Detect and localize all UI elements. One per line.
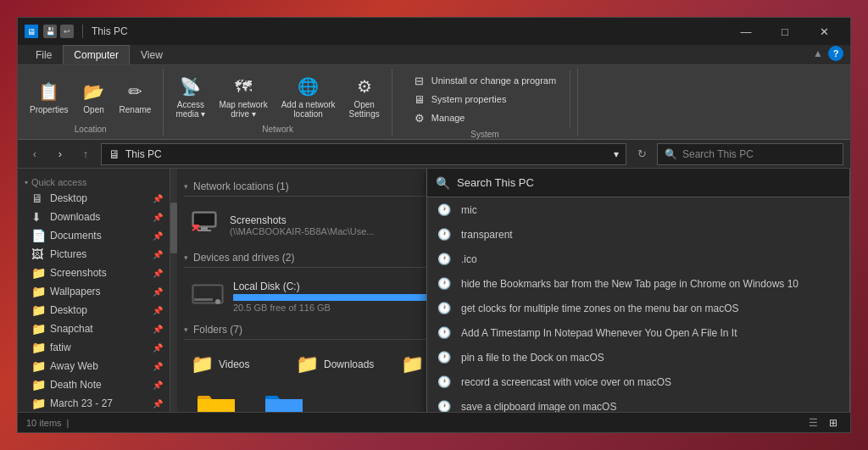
sidebar-deathnote-label: Death Note <box>50 379 102 391</box>
search-result-timestamp[interactable]: 🕐 Add A Timestamp In Notepad Whenever Yo… <box>427 320 849 345</box>
search-dropdown-input[interactable]: 🔍 Search This PC <box>427 169 849 197</box>
system-properties-button[interactable]: 🖥 System properties <box>409 91 559 108</box>
quick-undo-icon[interactable]: ↩ <box>60 25 74 38</box>
tab-file[interactable]: File <box>25 45 63 64</box>
sidebar-item-deathnote[interactable]: 📁 Death Note 📌 <box>18 375 170 394</box>
search-result-transparent[interactable]: 🕐 transparent <box>427 222 849 247</box>
pin-icon-awayweb: 📌 <box>153 362 163 371</box>
back-button[interactable]: ‹ <box>25 144 45 164</box>
system-items: ⊟ Uninstall or change a program 🖥 System… <box>399 70 570 128</box>
history-icon-4: 🕐 <box>437 277 451 290</box>
sidebar-item-screenshots[interactable]: 📁 Screenshots 📌 <box>18 264 170 282</box>
svg-rect-2 <box>201 227 208 230</box>
address-dropdown-arrow[interactable]: ▾ <box>614 148 619 160</box>
manage-button[interactable]: ⚙ Manage <box>409 109 559 126</box>
quick-access-section: ▾ Quick access <box>18 172 170 189</box>
open-button[interactable]: 📂 Open <box>77 76 111 118</box>
wallpapers-icon: 📁 <box>31 285 45 298</box>
sidebar-awayweb-label: Away Web <box>50 360 98 372</box>
search-bar[interactable]: 🔍 Search This PC <box>657 143 843 165</box>
sidebar-item-fatiw[interactable]: 📁 fatiw 📌 <box>18 338 170 357</box>
pin-icon-wallpapers: 📌 <box>153 287 163 297</box>
tab-computer[interactable]: Computer <box>63 45 130 64</box>
map-network-icon: 🗺 <box>231 75 255 98</box>
sidebar-item-downloads[interactable]: ⬇ Downloads 📌 <box>18 208 170 226</box>
sidebar-item-march[interactable]: 📁 March 23 - 27 📌 <box>18 394 170 412</box>
sidebar-item-awayweb[interactable]: 📁 Away Web 📌 <box>18 357 170 375</box>
access-media-button[interactable]: 📡 Accessmedia ▾ <box>170 71 210 122</box>
sidebar-item-wallpapers[interactable]: 📁 Wallpapers 📌 <box>18 282 170 301</box>
map-network-button[interactable]: 🗺 Map networkdrive ▾ <box>214 71 272 122</box>
open-icon: 📂 <box>82 80 106 103</box>
sidebar-pictures-label: Pictures <box>50 248 86 260</box>
pictures-icon: 🖼 <box>31 247 45 261</box>
access-media-label: Accessmedia ▾ <box>175 100 205 119</box>
search-result-mic[interactable]: 🕐 mic <box>427 197 849 222</box>
sidebar-snapchat-label: Snapchat <box>50 323 93 335</box>
sidebar: ▾ Quick access 🖥 Desktop 📌 ⬇ Downloads 📌… <box>18 169 170 412</box>
sidebar-item-desktop[interactable]: 🖥 Desktop 📌 <box>18 189 170 208</box>
location-group-label: Location <box>75 125 107 134</box>
desktop-icon: 🖥 <box>31 192 45 205</box>
search-result-label-3: .ico <box>461 253 477 265</box>
network-item-icon <box>191 207 221 243</box>
refresh-button[interactable]: ↻ <box>632 143 652 165</box>
sidebar-downloads-label: Downloads <box>50 211 100 223</box>
tab-view[interactable]: View <box>130 45 174 64</box>
march-icon: 📁 <box>31 397 45 410</box>
search-result-label-5: get clocks for multiple time zones on th… <box>461 303 739 314</box>
pin-icon-deathnote: 📌 <box>153 381 163 390</box>
ribbon-group-location: 📋 Properties 📂 Open ✏ Rename Location <box>18 69 164 136</box>
sidebar-scrollbar[interactable] <box>170 169 177 412</box>
sidebar-item-desktop2[interactable]: 📁 Desktop 📌 <box>18 301 170 319</box>
rename-button[interactable]: ✏ Rename <box>114 76 157 118</box>
ribbon-collapse-arrow[interactable]: ▲ <box>813 47 823 59</box>
pin-icon-snapchat: 📌 <box>153 325 163 334</box>
folder-item-videos[interactable]: 📁 Videos <box>184 350 286 379</box>
grid-view-button[interactable]: ⊞ <box>825 414 842 431</box>
search-result-screencast[interactable]: 🕐 record a screencast with voice over on… <box>427 369 849 394</box>
status-bar: 10 items | ☰ ⊞ <box>18 412 850 432</box>
uninstall-button[interactable]: ⊟ Uninstall or change a program <box>409 72 559 89</box>
sidebar-item-pictures[interactable]: 🖼 Pictures 📌 <box>18 245 170 264</box>
add-network-button[interactable]: 🌐 Add a networklocation <box>276 71 341 122</box>
folders-section-title: Folders (7) <box>193 324 242 336</box>
search-result-bookmarks[interactable]: 🕐 hide the Bookmarks bar from the New Ta… <box>427 271 849 296</box>
folder-item-downloads2[interactable]: 📁 Downloads <box>289 350 391 379</box>
sidebar-item-documents[interactable]: 📄 Documents 📌 <box>18 226 170 245</box>
bottom-folder-1[interactable] <box>191 389 242 412</box>
search-result-ico[interactable]: 🕐 .ico <box>427 247 849 271</box>
history-icon-3: 🕐 <box>437 253 451 265</box>
forward-button[interactable]: › <box>50 144 70 164</box>
up-button[interactable]: ↑ <box>75 144 96 164</box>
search-result-clipboard[interactable]: 🕐 save a clipboard image on macOS <box>427 394 849 412</box>
sidebar-screenshots-label: Screenshots <box>50 267 107 279</box>
quick-access-arrow: ▾ <box>25 179 28 186</box>
search-result-clocks[interactable]: 🕐 get clocks for multiple time zones on … <box>427 296 849 320</box>
sidebar-scrollbar-thumb[interactable] <box>170 203 177 253</box>
properties-label: Properties <box>30 105 69 114</box>
network-section-title: Network locations (1) <box>193 181 289 192</box>
bottom-folder-2[interactable] <box>259 389 309 412</box>
search-result-dock[interactable]: 🕐 pin a file to the Dock on macOS <box>427 345 849 369</box>
minimize-button[interactable]: — <box>726 18 765 45</box>
quick-save-icon[interactable]: 💾 <box>43 25 57 38</box>
access-media-icon: 📡 <box>179 75 203 98</box>
downloads-icon: ⬇ <box>31 210 45 224</box>
list-view-button[interactable]: ☰ <box>804 414 821 431</box>
sidebar-wallpapers-label: Wallpapers <box>50 286 101 297</box>
pin-icon-march: 📌 <box>153 399 163 408</box>
search-dropdown-text: Search This PC <box>457 176 534 189</box>
sidebar-item-snapchat[interactable]: 📁 Snapchat 📌 <box>18 319 170 338</box>
map-network-label: Map networkdrive ▾ <box>219 100 267 119</box>
pin-icon-downloads: 📌 <box>153 213 163 222</box>
close-button[interactable]: ✕ <box>804 18 843 45</box>
help-button[interactable]: ? <box>828 46 843 61</box>
maximize-button[interactable]: □ <box>765 18 804 45</box>
properties-button[interactable]: 📋 Properties <box>25 76 74 118</box>
address-bar[interactable]: 🖥 This PC ▾ <box>101 143 626 165</box>
pin-icon-documents: 📌 <box>153 231 163 241</box>
search-result-label-9: save a clipboard image on macOS <box>461 401 616 413</box>
rename-label: Rename <box>120 105 152 114</box>
open-settings-button[interactable]: ⚙ OpenSettings <box>344 71 385 122</box>
